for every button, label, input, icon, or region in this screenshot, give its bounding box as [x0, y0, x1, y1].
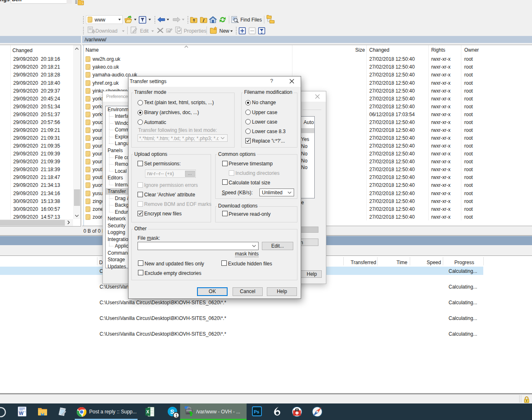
svg-text:1: 1: [175, 413, 178, 418]
svg-text:Ps: Ps: [254, 409, 259, 414]
svg-text:X: X: [146, 410, 149, 414]
svg-text:a: a: [167, 29, 169, 32]
svg-text:W: W: [19, 410, 24, 416]
